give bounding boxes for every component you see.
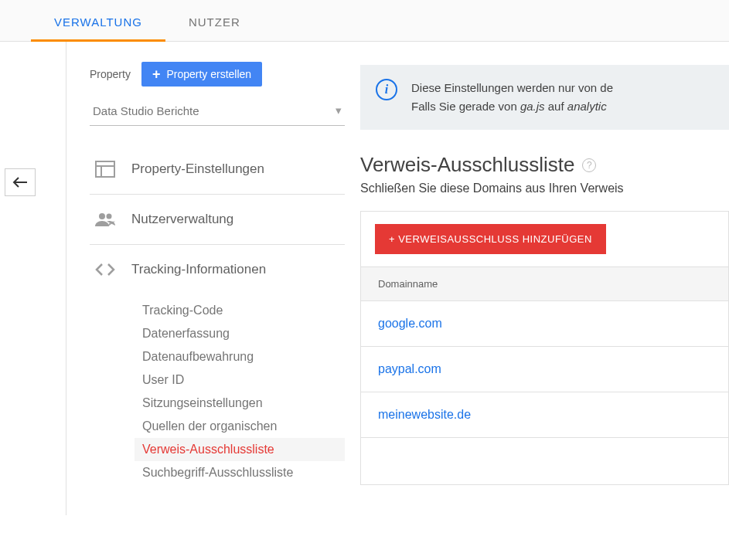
page-description: Schließen Sie diese Domains aus Ihren Ve… xyxy=(360,182,729,195)
create-property-button[interactable]: + Property erstellen xyxy=(141,62,262,87)
sub-referral-exclusion[interactable]: Verweis-Ausschlussliste xyxy=(135,438,345,461)
add-row: + VERWEISAUSSCHLUSS HINZUFÜGEN xyxy=(361,212,728,267)
nav-label: Tracking-Informationen xyxy=(131,262,266,277)
sub-session-settings[interactable]: Sitzungseinstellungen xyxy=(142,392,345,415)
chevron-down-icon: ▾ xyxy=(336,104,342,117)
domain-link[interactable]: paypal.com xyxy=(378,362,441,375)
top-tabs: VERWALTUNG NUTZER xyxy=(0,0,729,42)
nav-label: Nutzerverwaltung xyxy=(131,212,233,227)
domain-link[interactable]: google.com xyxy=(378,317,442,330)
info-text: Diese Einstellungen werden nur von de Fa… xyxy=(411,79,613,116)
back-arrow-icon xyxy=(12,176,28,188)
svg-point-4 xyxy=(107,214,112,219)
info-icon: i xyxy=(376,79,397,100)
tab-admin[interactable]: VERWALTUNG xyxy=(31,0,165,41)
sub-organic-sources[interactable]: Quellen der organischen xyxy=(142,415,345,438)
svg-rect-0 xyxy=(96,161,114,177)
property-select[interactable]: Data Studio Berichte ▾ xyxy=(90,97,345,126)
plus-icon: + xyxy=(152,69,161,80)
layout-icon xyxy=(94,160,116,178)
info-banner: i Diese Einstellungen werden nur von de … xyxy=(360,65,729,130)
page-title: Verweis-Ausschlussliste xyxy=(360,153,574,177)
sub-search-exclusion[interactable]: Suchbegriff-Ausschlussliste xyxy=(142,461,345,484)
property-select-value: Data Studio Berichte xyxy=(93,104,199,117)
property-header-row: Property + Property erstellen xyxy=(90,62,345,87)
back-column xyxy=(20,42,66,515)
domain-link[interactable]: meinewebsite.de xyxy=(378,408,471,421)
tab-users[interactable]: NUTZER xyxy=(165,0,264,41)
table-empty-row xyxy=(361,438,728,484)
property-sidebar: Property + Property erstellen Data Studi… xyxy=(66,42,360,515)
nav-tracking-info[interactable]: Tracking-Informationen xyxy=(90,245,345,294)
users-icon xyxy=(94,210,116,229)
svg-point-3 xyxy=(99,213,105,219)
nav-label: Property-Einstellungen xyxy=(131,161,264,177)
domain-table: + VERWEISAUSSCHLUSS HINZUFÜGEN Domainnam… xyxy=(360,211,729,485)
nav-property-settings[interactable]: Property-Einstellungen xyxy=(90,144,345,194)
sub-data-retention[interactable]: Datenaufbewahrung xyxy=(142,345,345,368)
back-button[interactable] xyxy=(5,168,36,196)
sub-data-collection[interactable]: Datenerfassung xyxy=(142,322,345,345)
main-content: i Diese Einstellungen werden nur von de … xyxy=(360,42,729,515)
add-referral-exclusion-button[interactable]: + VERWEISAUSSCHLUSS HINZUFÜGEN xyxy=(375,224,606,254)
table-row: meinewebsite.de xyxy=(361,392,728,438)
tracking-submenu: Tracking-Code Datenerfassung Datenaufbew… xyxy=(90,294,345,500)
create-property-label: Property erstellen xyxy=(166,68,251,80)
table-row: paypal.com xyxy=(361,347,728,392)
table-header: Domainname xyxy=(361,267,728,301)
help-icon[interactable]: ? xyxy=(582,158,596,172)
sub-user-id[interactable]: User ID xyxy=(142,368,345,392)
property-label: Property xyxy=(90,68,131,80)
nav-user-management[interactable]: Nutzerverwaltung xyxy=(90,195,345,244)
code-icon xyxy=(94,260,116,279)
sub-tracking-code[interactable]: Tracking-Code xyxy=(142,299,345,322)
table-row: google.com xyxy=(361,301,728,347)
